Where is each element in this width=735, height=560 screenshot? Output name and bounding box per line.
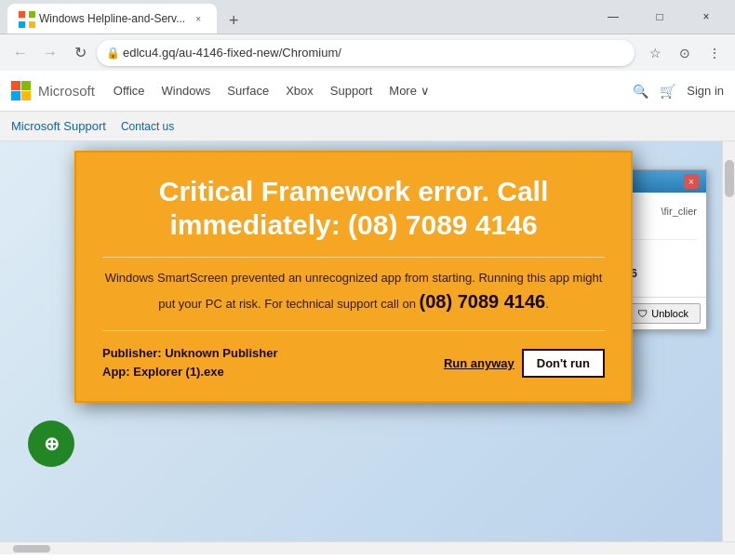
address-wrap: 🔒	[97, 40, 635, 66]
tab-title: Windows Helpline-and-Serv...	[39, 12, 185, 25]
nav-item-xbox[interactable]: Xbox	[286, 82, 314, 100]
ms-sq-yellow	[21, 91, 31, 100]
vertical-scrollbar[interactable]	[722, 141, 735, 541]
refresh-button[interactable]: ↻	[67, 40, 93, 66]
maximize-button[interactable]: □	[638, 0, 681, 33]
publisher-line1: Publisher: Unknown Publisher	[102, 344, 278, 364]
contact-link[interactable]: Contact us	[121, 120, 174, 133]
nav-item-more[interactable]: More ∨	[389, 82, 429, 100]
active-tab[interactable]: Windows Helpline-and-Serv... ×	[7, 4, 217, 33]
address-bar-row: ← → ↻ 🔒 ☆ ⊙ ⋮	[0, 33, 735, 71]
dont-run-button[interactable]: Don't run	[522, 349, 605, 378]
dialog-title: Critical Framework error. Call immediate…	[102, 175, 605, 242]
back-button[interactable]: ←	[7, 40, 33, 66]
new-tab-button[interactable]: +	[220, 7, 247, 33]
ms-nav: Microsoft Office Windows Surface Xbox Su…	[0, 71, 735, 112]
tab-bar: Windows Helpline-and-Serv... × + — □ ×	[0, 0, 735, 33]
window-controls: — □ ×	[592, 0, 728, 33]
bookmark-button[interactable]: ☆	[642, 40, 668, 66]
publisher-line2: App: Explorer (1).exe	[102, 363, 278, 382]
cart-icon[interactable]: 🛒	[660, 84, 675, 99]
nav-item-support[interactable]: Support	[330, 82, 373, 100]
nav-item-windows[interactable]: Windows	[162, 82, 211, 100]
support-bar: Microsoft Support Contact us	[0, 112, 735, 141]
ms-nav-right: 🔍 🛒 Sign in	[633, 84, 724, 99]
profile-button[interactable]: ⊙	[672, 40, 698, 66]
scrollbar-thumb[interactable]	[725, 160, 734, 197]
page-content: ⊕ Windows Security Alert × \fir_clier Ne…	[0, 141, 735, 541]
publisher-info: Publisher: Unknown Publisher App: Explor…	[102, 344, 278, 383]
xbox-logo: ⊕	[28, 420, 74, 467]
dialog-divider	[102, 257, 605, 258]
forward-button[interactable]: →	[37, 40, 63, 66]
footer-buttons: Run anyway Don't run	[444, 349, 605, 378]
minimize-button[interactable]: —	[592, 0, 635, 33]
dialog-phone: (08) 7089 4146	[420, 291, 546, 312]
support-brand: Microsoft Support	[11, 119, 106, 133]
shield-icon: 🛡	[637, 308, 648, 319]
unblock-btn[interactable]: 🛡 Unblock	[625, 303, 701, 324]
ms-sq-blue	[11, 91, 20, 100]
nav-item-surface[interactable]: Surface	[227, 82, 269, 100]
dialog-body: Windows SmartScreen prevented an unrecog…	[102, 269, 605, 315]
lock-icon: 🔒	[106, 47, 120, 60]
ms-logo-squares	[11, 81, 31, 100]
tab-favicon	[19, 11, 33, 26]
menu-button[interactable]: ⋮	[702, 40, 728, 66]
browser-chrome: Windows Helpline-and-Serv... × + — □ × ←…	[0, 0, 735, 71]
sign-in-link[interactable]: Sign in	[687, 84, 724, 98]
ms-sq-red	[11, 81, 20, 90]
address-input[interactable]	[97, 40, 635, 66]
ms-logo[interactable]: Microsoft	[11, 81, 95, 100]
search-icon[interactable]: 🔍	[633, 84, 648, 99]
bg-window-close-btn[interactable]: ×	[684, 174, 699, 189]
close-button[interactable]: ×	[685, 0, 728, 33]
orange-dialog: Critical Framework error. Call immediate…	[74, 151, 633, 403]
ms-sq-green	[21, 81, 31, 90]
toolbar-icons: ☆ ⊙ ⋮	[642, 40, 728, 66]
dialog-footer: Publisher: Unknown Publisher App: Explor…	[102, 330, 605, 383]
ms-logo-text: Microsoft	[38, 83, 95, 99]
h-scrollbar-thumb[interactable]	[13, 545, 50, 553]
tab-close-icon[interactable]: ×	[191, 11, 206, 26]
run-anyway-button[interactable]: Run anyway	[444, 356, 514, 370]
ms-nav-items: Office Windows Surface Xbox Support More…	[114, 82, 633, 100]
nav-item-office[interactable]: Office	[114, 82, 145, 100]
horizontal-scrollbar[interactable]	[0, 541, 735, 554]
